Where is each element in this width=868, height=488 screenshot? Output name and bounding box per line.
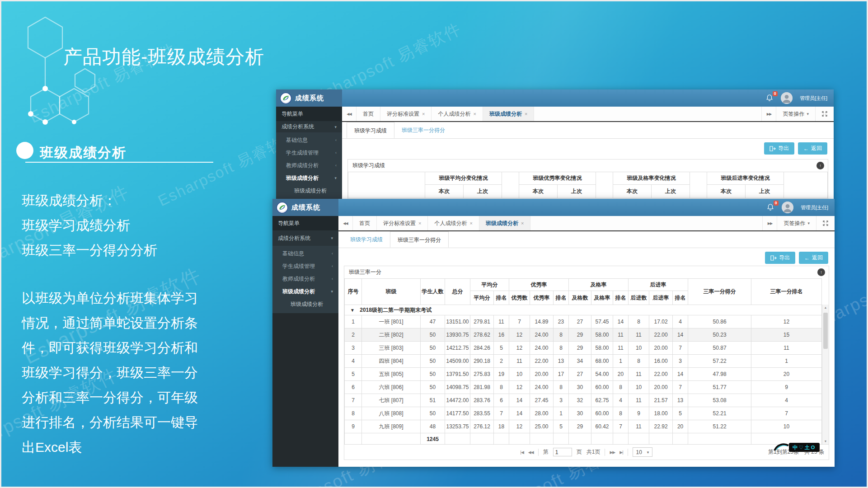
notification-badge: 0 <box>774 201 779 206</box>
subtab-three-rates[interactable]: 班级三率一分得分 <box>394 122 452 138</box>
exam-group-row[interactable]: ▼ 2018级初二第一学期期末考试 <box>345 305 822 315</box>
user-menu[interactable]: 管理员[主任] <box>801 204 828 211</box>
column-header: 及格数 <box>569 291 591 305</box>
subtab-class-study-score[interactable]: 班级学习成绩 <box>343 231 390 248</box>
scroll-up-icon[interactable]: ▲ <box>822 305 829 310</box>
tab-operations-menu[interactable]: 页签操作▾ <box>776 107 815 121</box>
close-tab-icon[interactable]: × <box>473 111 476 117</box>
capture-badge-text: 中♡土O <box>789 443 820 452</box>
export-icon <box>770 255 777 261</box>
sidebar-item-basic-info[interactable]: 基础信息‹ <box>272 247 338 260</box>
tab-class-analysis[interactable]: 班级成绩分析× <box>483 107 534 121</box>
back-button[interactable]: ← 返回 <box>798 142 827 155</box>
subtab-class-study-score[interactable]: 班级学习成绩 <box>347 122 394 138</box>
table-row[interactable]: 1一班 [801]4713151.00279.8111714.89232757.… <box>345 315 822 328</box>
table-row[interactable]: 4四班 [804]5014509.00290.1821122.00133468.… <box>345 355 822 368</box>
sidebar-item-class-analysis-leaf[interactable]: 班级成绩分析 <box>276 184 342 197</box>
sidebar-item-score-analysis-system[interactable]: 成绩分析系统▾ <box>272 230 338 246</box>
sidebar-item-class-analysis[interactable]: 班级成绩分析▾ <box>272 285 338 298</box>
close-tab-icon[interactable]: × <box>469 221 472 226</box>
chevron-left-icon: ‹ <box>332 264 333 268</box>
avatar[interactable] <box>782 202 793 213</box>
column-header: 优秀率 <box>530 291 554 305</box>
table-row[interactable]: 7七班 [807]5114472.00283.7661427.4533262.7… <box>345 394 822 407</box>
tab-home[interactable]: 首页 <box>357 107 380 121</box>
column-header: 三率一分得分 <box>688 279 751 305</box>
tabs-scroll-right-icon[interactable]: ▶▶ <box>762 216 777 230</box>
notification-bell-icon[interactable]: 0 <box>766 94 774 102</box>
column-header: 及格率 <box>591 291 613 305</box>
subtab-three-rates[interactable]: 班级三率一分得分 <box>390 231 449 248</box>
collapse-panel-icon[interactable]: ↑ <box>816 162 824 169</box>
sidebar-item-score-analysis-system[interactable]: 成绩分析系统▾ <box>276 121 342 132</box>
expand-tabs-icon[interactable] <box>816 216 835 230</box>
chevron-down-icon: ▾ <box>647 450 649 455</box>
chevron-left-icon: ‹ <box>332 277 333 281</box>
table-row[interactable]: 3三班 [803]5014212.75284.2651224.0082958.0… <box>345 342 822 355</box>
sidebar-item-teacher-analysis[interactable]: 教师成绩分析‹ <box>276 159 342 172</box>
score-system-window-back: 成绩系统 0 管理员[主任] ◀◀ 首页 评分标准设置× 个人成绩分析× 班级成… <box>276 89 834 200</box>
sidebar-item-class-analysis[interactable]: 班级成绩分析▾ <box>276 172 342 184</box>
collapse-panel-icon[interactable]: ↑ <box>817 268 825 276</box>
pager-last-icon[interactable]: ▶| <box>619 450 623 455</box>
chevron-left-icon: ‹ <box>332 251 333 256</box>
table-row[interactable]: 6六班 [806]5014098.75281.9881224.0083060.0… <box>345 381 822 394</box>
column-header: 班级及格率变化情况 <box>613 172 690 185</box>
user-menu[interactable]: 管理员[主任] <box>800 95 827 102</box>
tab-personal-analysis[interactable]: 个人成绩分析× <box>432 107 483 121</box>
group-collapse-icon[interactable]: ▼ <box>350 308 355 313</box>
tab-scoring-standard[interactable]: 评分标准设置× <box>380 107 432 121</box>
tab-home[interactable]: 首页 <box>353 216 377 230</box>
sidebar-item-student-scores[interactable]: 学生成绩管理‹ <box>276 146 342 159</box>
scroll-down-icon[interactable]: ▼ <box>822 438 829 444</box>
total-pages-label: 共1页 <box>586 448 601 456</box>
chevron-down-icon: ▾ <box>807 221 810 225</box>
table-row[interactable]: 9九班 [809]4813253.75276.12181225.0052960.… <box>345 420 822 433</box>
column-group-header: 后进率 <box>629 279 688 291</box>
chevron-left-icon: ‹ <box>335 150 337 155</box>
sidebar-item-basic-info[interactable]: 基础信息‹ <box>276 134 342 146</box>
app-logo-icon <box>280 92 292 104</box>
page-number-input[interactable] <box>553 448 572 456</box>
export-button[interactable]: 导出 <box>764 142 794 155</box>
close-tab-icon[interactable]: × <box>521 221 524 226</box>
table-row[interactable]: 5五班 [805]5013791.50275.83191020.00172754… <box>345 368 822 381</box>
slide: 产品功能-班级成绩分析 班级成绩分析 班级成绩分析：班级学习成绩分析班级三率一分… <box>0 0 868 488</box>
table-row[interactable]: 2二班 [802]5013930.75278.62161224.0082958.… <box>345 328 822 342</box>
scrollbar-thumb[interactable] <box>823 313 828 349</box>
avatar[interactable] <box>781 92 793 104</box>
close-tab-icon[interactable]: × <box>422 111 425 117</box>
sidebar-item-student-scores[interactable]: 学生成绩管理‹ <box>272 260 338 272</box>
tab-class-analysis[interactable]: 班级成绩分析× <box>479 216 530 230</box>
export-button[interactable]: 导出 <box>765 252 795 264</box>
score-system-window-front: 成绩系统 0 管理员[主任] ◀◀ 首页 评分标准设置× 个人成绩分析× 班级成… <box>272 199 835 467</box>
tab-scoring-standard[interactable]: 评分标准设置× <box>377 216 428 230</box>
page-size-select[interactable]: 10 ▾ <box>633 447 653 457</box>
notification-bell-icon[interactable]: 0 <box>767 203 774 211</box>
tabs-scroll-left-icon[interactable]: ◀◀ <box>338 216 353 230</box>
pager-prev-icon[interactable]: ◀◀ <box>528 450 534 455</box>
chevron-left-icon: ‹ <box>335 138 337 142</box>
close-tab-icon[interactable]: × <box>418 221 421 226</box>
tab-operations-menu[interactable]: 页签操作▾ <box>777 216 816 230</box>
divider <box>538 449 539 456</box>
section-bullet <box>16 142 33 159</box>
sidebar-item-class-analysis-leaf[interactable]: 班级成绩分析 <box>272 298 338 310</box>
tabs-scroll-right-icon[interactable]: ▶▶ <box>761 107 776 121</box>
back-button[interactable]: ← 返回 <box>799 252 828 264</box>
section-underline <box>25 162 213 163</box>
expand-tabs-icon[interactable] <box>815 107 834 121</box>
tab-personal-analysis[interactable]: 个人成绩分析× <box>428 216 479 230</box>
column-header: 班级优秀率变化情况 <box>519 172 596 185</box>
sidebar-item-teacher-analysis[interactable]: 教师成绩分析‹ <box>272 272 338 285</box>
tabs-scroll-left-icon[interactable]: ◀◀ <box>342 107 357 121</box>
notification-badge: 0 <box>773 91 778 96</box>
table-row[interactable]: 8八班 [808]5014177.50283.5571428.0013060.0… <box>345 407 822 420</box>
vertical-scrollbar[interactable]: ▲ ▼ <box>822 305 829 444</box>
close-tab-icon[interactable]: × <box>525 111 527 117</box>
pager-next-icon[interactable]: ▶▶ <box>610 450 615 455</box>
chevron-down-icon: ▾ <box>334 125 337 129</box>
chevron-down-icon: ▾ <box>334 176 337 180</box>
pager-first-icon[interactable]: |◀ <box>521 450 524 455</box>
column-group-header: 及格率 <box>569 279 629 291</box>
